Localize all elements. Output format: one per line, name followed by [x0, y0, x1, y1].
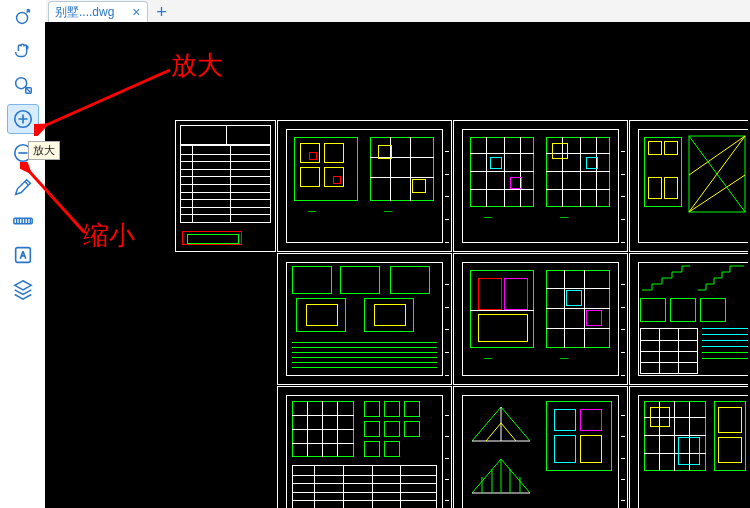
cad-sheet: ━━━━ ━━━━ — [277, 120, 452, 252]
cad-sheet — [629, 120, 748, 252]
layers-tool[interactable] — [7, 274, 39, 304]
orbit-tool[interactable] — [7, 2, 39, 32]
text-tool[interactable] — [7, 240, 39, 270]
tab-bar: 别墅....dwg × + — [46, 0, 750, 23]
tab-filename: 别墅....dwg — [55, 4, 114, 21]
arrow-to-zoom-out — [20, 162, 90, 236]
svg-point-0 — [17, 12, 28, 23]
cad-sheet: ━━━━ ━━━━ — [453, 120, 628, 252]
svg-point-1 — [16, 78, 27, 89]
annotation-zoom-out: 缩小 — [83, 218, 135, 253]
cad-sheet — [629, 253, 748, 385]
pan-tool[interactable] — [7, 36, 39, 66]
add-tab-button[interactable]: + — [152, 2, 172, 22]
cad-sheet — [453, 386, 628, 508]
file-tab[interactable]: 别墅....dwg × — [48, 1, 148, 22]
cad-sheet — [277, 253, 452, 385]
close-tab-icon[interactable]: × — [132, 5, 140, 19]
arrow-to-zoom-in — [34, 66, 174, 136]
svg-rect-6 — [16, 248, 31, 263]
cad-sheet — [277, 386, 452, 508]
annotation-zoom-in: 放大 — [171, 48, 223, 83]
cad-sheet: ━━━━ ━━━━ — [453, 253, 628, 385]
cad-sheet — [629, 386, 748, 508]
tooltip: 放大 — [28, 141, 60, 160]
cad-sheet — [175, 120, 276, 252]
